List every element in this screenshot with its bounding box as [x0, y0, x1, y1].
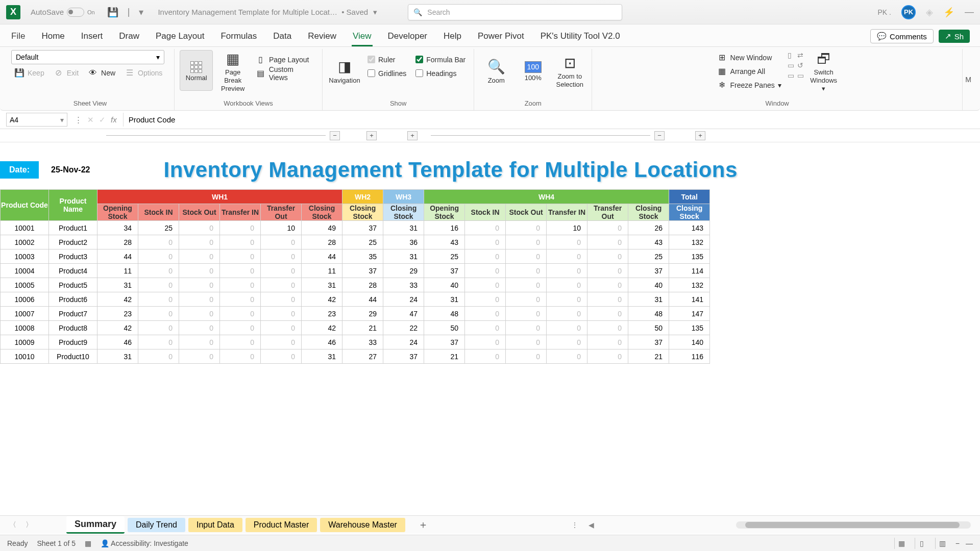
cell[interactable]: 0: [465, 307, 506, 321]
zoom-out-icon[interactable]: −: [955, 539, 960, 547]
cell[interactable]: 31: [302, 278, 342, 292]
sheet-tab-input[interactable]: Input Data: [188, 518, 242, 532]
cell[interactable]: 31: [424, 292, 465, 307]
unhide-icon[interactable]: ▭: [788, 71, 794, 80]
cell[interactable]: 0: [220, 349, 261, 364]
collapse-wh1-button[interactable]: −: [330, 131, 340, 140]
gridlines-checkbox[interactable]: Gridlines: [364, 67, 409, 80]
cell[interactable]: 0: [547, 335, 587, 349]
cell[interactable]: 10009: [1, 335, 49, 349]
cell[interactable]: 21: [628, 349, 669, 364]
cell[interactable]: Product10: [49, 349, 97, 364]
cell[interactable]: 0: [587, 335, 628, 349]
cell[interactable]: Product7: [49, 307, 97, 321]
name-box[interactable]: A4 ▾: [6, 113, 67, 127]
tab-page-layout[interactable]: Page Layout: [155, 31, 205, 46]
cell[interactable]: 37: [342, 264, 383, 278]
tab-formulas[interactable]: Formulas: [219, 31, 258, 46]
zoom-100-button[interactable]: 100100%: [516, 50, 550, 91]
cell[interactable]: 28: [342, 278, 383, 292]
cell[interactable]: 28: [302, 235, 342, 249]
reset-icon[interactable]: ↺: [797, 61, 804, 69]
cell[interactable]: 0: [465, 335, 506, 349]
cell[interactable]: 0: [506, 278, 547, 292]
cell[interactable]: Product8: [49, 321, 97, 335]
cell[interactable]: 48: [628, 307, 669, 321]
exit-button[interactable]: ⊘Exit: [51, 66, 82, 79]
cell[interactable]: 46: [97, 335, 138, 349]
plug-icon[interactable]: ⚡: [943, 7, 954, 18]
cell[interactable]: 0: [179, 335, 220, 349]
accessibility-status[interactable]: 👤 Accessibility: Investigate: [101, 539, 188, 547]
cell[interactable]: 0: [465, 221, 506, 235]
cell[interactable]: 0: [138, 292, 179, 307]
sheet-tab-daily[interactable]: Daily Trend: [128, 518, 185, 532]
horizontal-scrollbar[interactable]: [736, 521, 971, 529]
cell[interactable]: 31: [383, 221, 424, 235]
cell[interactable]: 42: [302, 292, 342, 307]
cell[interactable]: 0: [587, 278, 628, 292]
fx-icon[interactable]: fx: [111, 115, 117, 124]
hide-icon[interactable]: ▭: [788, 61, 794, 69]
cell[interactable]: 0: [465, 264, 506, 278]
cell[interactable]: 0: [261, 335, 302, 349]
cell[interactable]: 48: [424, 307, 465, 321]
cell[interactable]: 0: [261, 249, 302, 264]
cell[interactable]: 49: [302, 221, 342, 235]
cell[interactable]: 0: [547, 264, 587, 278]
cell[interactable]: 147: [669, 307, 710, 321]
prev-sheet-icon[interactable]: 〈: [9, 520, 16, 530]
cell[interactable]: 0: [587, 349, 628, 364]
table-row[interactable]: 10007Product723000023294748000048147: [1, 307, 710, 321]
table-row[interactable]: 10003Product344000044353125000025135: [1, 249, 710, 264]
cell[interactable]: 31: [628, 292, 669, 307]
new-window-button[interactable]: ⊞New Window: [714, 51, 785, 64]
freeze-panes-button[interactable]: ❄Freeze Panes ▾: [714, 79, 785, 91]
cell[interactable]: 26: [628, 221, 669, 235]
cell[interactable]: Product4: [49, 264, 97, 278]
sheet-tab-product[interactable]: Product Master: [246, 518, 317, 532]
cell[interactable]: 37: [383, 349, 424, 364]
sync-icon[interactable]: ⇄: [797, 51, 804, 59]
new-button[interactable]: 👁New: [85, 66, 118, 79]
cell[interactable]: 0: [179, 235, 220, 249]
avatar[interactable]: PK: [901, 5, 916, 19]
cell[interactable]: 0: [506, 235, 547, 249]
comments-button[interactable]: 💬 Comments: [870, 29, 934, 43]
share-button[interactable]: ↗ Sh: [939, 30, 970, 43]
cell[interactable]: 29: [342, 307, 383, 321]
cell[interactable]: 0: [138, 235, 179, 249]
more-icon[interactable]: ⋮: [75, 115, 82, 124]
cell[interactable]: 0: [179, 349, 220, 364]
cell[interactable]: 0: [261, 292, 302, 307]
table-row[interactable]: 10002Product228000028253643000043132: [1, 235, 710, 249]
navigation-button[interactable]: ◨Navigation: [328, 50, 361, 91]
minimize-icon[interactable]: —: [965, 7, 974, 17]
cell[interactable]: 0: [547, 292, 587, 307]
cell[interactable]: 0: [547, 278, 587, 292]
cell[interactable]: 0: [179, 249, 220, 264]
cell[interactable]: 0: [261, 235, 302, 249]
worksheet[interactable]: Date: 25-Nov-22 Inventory Management Tem…: [0, 142, 980, 364]
cell[interactable]: 0: [261, 321, 302, 335]
cell[interactable]: 0: [220, 278, 261, 292]
tab-developer[interactable]: Developer: [387, 31, 429, 46]
cell[interactable]: 140: [669, 335, 710, 349]
cell[interactable]: 37: [628, 264, 669, 278]
autosave-toggle[interactable]: AutoSave On: [31, 8, 95, 17]
cell[interactable]: 35: [342, 249, 383, 264]
cell[interactable]: 0: [220, 221, 261, 235]
cell[interactable]: 37: [424, 264, 465, 278]
cell[interactable]: 29: [383, 264, 424, 278]
cell[interactable]: Product3: [49, 249, 97, 264]
cell[interactable]: 37: [424, 335, 465, 349]
cell[interactable]: 37: [628, 335, 669, 349]
tab-power-pivot[interactable]: Power Pivot: [477, 31, 525, 46]
cell[interactable]: 0: [138, 307, 179, 321]
cell[interactable]: 10: [261, 221, 302, 235]
cell[interactable]: 0: [220, 235, 261, 249]
cell[interactable]: 10002: [1, 235, 49, 249]
cell[interactable]: 21: [424, 349, 465, 364]
table-row[interactable]: 10006Product642000042442431000031141: [1, 292, 710, 307]
cell[interactable]: 0: [506, 264, 547, 278]
